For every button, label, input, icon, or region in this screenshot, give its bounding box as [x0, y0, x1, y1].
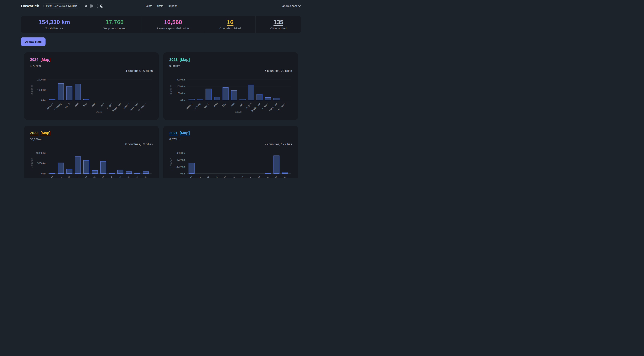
- x-tick-label: April: [74, 102, 79, 107]
- x-tick-label: August: [106, 102, 113, 109]
- x-tick-label: June: [91, 102, 96, 108]
- year-card-2021: 2021 [Map] 8,875km 2 countries, 17 citie…: [163, 126, 298, 178]
- x-tick-label: April: [213, 176, 218, 178]
- x-tick-label: February: [54, 176, 62, 178]
- version-number: 0.2.0: [46, 4, 52, 7]
- year-link-2021[interactable]: 2021: [169, 131, 178, 135]
- distance-chart-2022: 0 km5000 km10000 kmJanuaryFebruaryMarchA…: [30, 146, 153, 178]
- bar-may: [223, 87, 228, 100]
- chevron-down-icon: [298, 5, 301, 7]
- y-tick-label: 1000 km: [176, 92, 186, 95]
- bar-february: [58, 163, 64, 174]
- app-header: DaWarIch 0.2.0 New version available: [0, 0, 322, 11]
- bar-november: [274, 98, 279, 100]
- nav-link-points[interactable]: Points: [144, 4, 152, 7]
- bar-january: [189, 99, 194, 100]
- bar-may: [84, 99, 89, 100]
- x-tick-label: September: [112, 176, 122, 178]
- bar-chart-2023: 0 km1000 km2000 km3000 kmJanuaryFebruary…: [169, 73, 292, 114]
- bar-december: [143, 172, 148, 174]
- theme-switcher: [84, 4, 104, 8]
- x-tick-label: June: [230, 176, 235, 178]
- x-tick-label: May: [222, 176, 227, 178]
- year-card-2023: 2023 [Map] 9,896km 6 countries, 29 citie…: [163, 52, 298, 120]
- bar-july: [240, 99, 246, 100]
- map-link-2022[interactable]: [Map]: [40, 131, 50, 135]
- x-tick-label: February: [54, 102, 62, 111]
- x-tick-label: October: [122, 176, 130, 178]
- nav-link-stats[interactable]: Stats: [157, 4, 163, 7]
- stat-value-geopoints-tracked: 17,760: [106, 19, 124, 25]
- stat-label: Reverse geocoded points: [156, 27, 190, 30]
- year-link-2023[interactable]: 2023: [169, 57, 178, 62]
- bar-february: [58, 83, 64, 100]
- stat-total-distance: 154,330 kmTotal distance: [21, 16, 88, 33]
- x-tick-label: December: [138, 176, 147, 178]
- x-tick-label: March: [64, 102, 70, 109]
- bar-june: [92, 171, 98, 174]
- distance-chart-2021: 0 km2000 km4000 km6000 kmJanuaryFebruary…: [169, 146, 292, 178]
- year-card-2022: 2022 [Map] 33,930km 8 countries, 33 citi…: [24, 126, 159, 178]
- stat-label: Cities visited: [270, 27, 286, 30]
- x-tick-label: December: [138, 102, 147, 112]
- map-link-2023[interactable]: [Map]: [180, 57, 190, 62]
- x-tick-label: June: [230, 102, 235, 108]
- main-nav: PointsStatsImports: [144, 4, 178, 7]
- y-tick-label: 1000 km: [37, 89, 46, 91]
- bar-september: [118, 170, 123, 174]
- distance-chart-2024: 0 km1000 km2000 kmJanuaryFebruaryMarchAp…: [30, 73, 153, 114]
- x-tick-label: October: [262, 102, 269, 110]
- bar-november: [134, 173, 140, 174]
- x-tick-label: August: [106, 176, 113, 178]
- y-tick-label: 5000 km: [37, 162, 46, 165]
- x-tick-label: July: [239, 102, 244, 107]
- x-tick-label: March: [204, 102, 210, 109]
- toggle-knob: [90, 4, 93, 7]
- bar-october: [265, 173, 271, 174]
- theme-toggle[interactable]: [90, 4, 98, 8]
- app-logo[interactable]: DaWarIch: [21, 4, 39, 8]
- year-cards-grid: 2024 [Map] 4,727km 4 countries, 20 citie…: [24, 52, 298, 178]
- x-tick-label: September: [251, 102, 261, 112]
- bar-april: [75, 157, 80, 174]
- bar-april: [214, 97, 220, 100]
- countries-cities-summary: 6 countries, 29 cities: [169, 69, 292, 73]
- bar-march: [66, 169, 72, 174]
- y-tick-label: 0 km: [180, 99, 186, 102]
- countries-cities-summary: 4 countries, 20 cities: [30, 69, 153, 73]
- bar-may: [84, 160, 89, 174]
- y-tick-label: 6000 km: [176, 152, 186, 154]
- y-tick-label: 4000 km: [176, 159, 186, 161]
- x-tick-label: January: [46, 176, 54, 178]
- x-tick-label: February: [193, 102, 202, 111]
- bar-chart-2024: 0 km1000 km2000 kmJanuaryFebruaryMarchAp…: [30, 73, 153, 114]
- bar-january: [50, 99, 55, 100]
- nav-link-imports[interactable]: Imports: [168, 4, 178, 7]
- year-link-2024[interactable]: 2024: [30, 57, 38, 62]
- x-tick-label: November: [268, 176, 278, 178]
- x-tick-label: March: [64, 176, 70, 178]
- x-tick-label: January: [185, 176, 193, 178]
- update-stats-button[interactable]: Update stats: [21, 37, 46, 46]
- map-link-2024[interactable]: [Map]: [40, 57, 50, 62]
- x-tick-label: July: [100, 102, 105, 107]
- y-tick-label: 10000 km: [36, 152, 46, 154]
- x-tick-label: March: [204, 176, 210, 178]
- y-tick-label: 0 km: [41, 172, 46, 175]
- year-card-2024: 2024 [Map] 4,727km 4 countries, 20 citie…: [24, 52, 159, 120]
- x-tick-label: July: [100, 176, 105, 178]
- map-link-2021[interactable]: [Map]: [180, 131, 190, 135]
- x-tick-label: December: [277, 176, 286, 178]
- year-link-2022[interactable]: 2022: [30, 131, 38, 135]
- stat-geopoints-tracked: 17,760Geopoints tracked: [88, 16, 141, 33]
- year-distance: 9,896km: [169, 64, 292, 67]
- user-menu[interactable]: ab@cd.com: [282, 4, 301, 7]
- countries-cities-summary: 8 countries, 33 cities: [30, 143, 153, 146]
- version-badge[interactable]: 0.2.0 New version available: [44, 3, 80, 8]
- bar-june: [231, 91, 237, 100]
- stat-value-cities-visited[interactable]: 135: [274, 19, 284, 25]
- x-tick-label: January: [185, 102, 193, 110]
- x-tick-label: August: [246, 102, 252, 109]
- bar-chart-2022: 0 km5000 km10000 kmJanuaryFebruaryMarchA…: [30, 146, 153, 178]
- stat-value-countries-visited[interactable]: 16: [227, 19, 234, 25]
